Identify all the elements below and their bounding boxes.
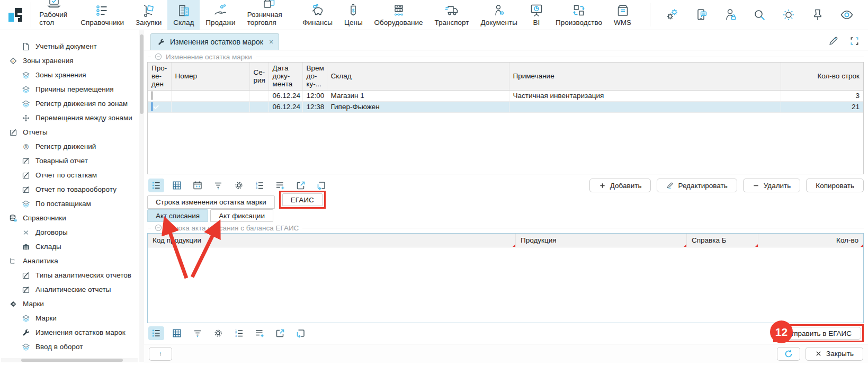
nav-production[interactable]: Производство xyxy=(550,0,608,30)
numbered-list-icon[interactable] xyxy=(231,326,247,340)
subtab-akt-spisaniya[interactable]: Акт списания xyxy=(147,209,208,222)
posted-checkbox[interactable] xyxy=(151,102,153,111)
sidebar-item-analiticheskie-otchety[interactable]: Аналитические отчеты xyxy=(0,282,140,297)
plus-icon xyxy=(599,182,606,189)
col-lines-count[interactable]: Кол-во строк xyxy=(781,63,863,90)
scrollbar-thumb[interactable] xyxy=(140,34,144,114)
filter-icon[interactable] xyxy=(190,326,205,340)
col-number[interactable]: Номер xyxy=(171,63,249,90)
list-view-icon[interactable] xyxy=(148,179,164,192)
sidebar-item-registr-dvizheniy[interactable]: Регистр движений xyxy=(0,139,140,154)
sidebar-item-marki-group[interactable]: Марки xyxy=(0,297,140,311)
collapse-icon[interactable] xyxy=(155,224,162,231)
nav-retail[interactable]: Розничная торговля xyxy=(241,0,297,30)
fullscreen-icon[interactable] xyxy=(849,36,860,46)
nav-bi[interactable]: BI xyxy=(523,0,550,30)
sidebar-item-dogovory[interactable]: Договоры xyxy=(0,225,140,239)
pin-icon[interactable] xyxy=(810,7,825,22)
open-in-window-icon[interactable] xyxy=(272,326,288,340)
nav-finance[interactable]: Финансы xyxy=(297,0,338,30)
nav-label: Продажи xyxy=(205,19,235,26)
add-button[interactable]: Добавить xyxy=(589,179,651,192)
egais-subtabs: Акт списания Акт фиксации xyxy=(147,209,273,222)
search-icon[interactable] xyxy=(752,7,767,22)
refresh-icon[interactable] xyxy=(293,326,309,340)
close-button[interactable]: Закрыть xyxy=(806,347,863,361)
brightness-icon[interactable] xyxy=(781,7,796,22)
grid-view-icon[interactable] xyxy=(169,326,185,340)
sidebar-item-registr-dvizheniya-po-zonam[interactable]: Регистр движения по зонам xyxy=(0,96,140,111)
tab-stroka-izmeneniya[interactable]: Строка изменения остатка марки xyxy=(147,195,275,209)
col-product[interactable]: Продукция xyxy=(516,234,687,247)
col-product-code[interactable]: Код продукции xyxy=(148,234,516,247)
tab-egais[interactable]: ЕГАИС xyxy=(282,193,323,206)
table-row[interactable]: 06.12.24 12:00 Магазин 1 Частичная инвен… xyxy=(148,90,863,101)
nav-warehouse[interactable]: Склад xyxy=(167,0,200,30)
sidebar-item-otchet-po-ostatkam[interactable]: Отчет по остаткам xyxy=(0,168,140,182)
col-doc-time[interactable]: Врем до- ку-... xyxy=(302,63,327,90)
sidebar-item-tipy-analiticheskih-otchetov[interactable]: Типы аналитических отчетов xyxy=(0,268,140,282)
sidebar-item-analitika-group[interactable]: Аналитика xyxy=(0,254,140,268)
nav-sales[interactable]: Продажи xyxy=(200,0,241,30)
sidebar-item-zony-hraneniya[interactable]: Зоны хранения xyxy=(0,68,140,82)
nav-documents[interactable]: Документы xyxy=(475,0,523,30)
send-to-egais-button[interactable]: Отправить в ЕГАИС xyxy=(776,327,861,340)
sidebar-item-spravochniki-group[interactable]: Справочники xyxy=(0,211,140,225)
close-tab-icon[interactable]: × xyxy=(268,38,273,46)
nav-wms[interactable]: WMS xyxy=(608,0,637,30)
collapse-icon[interactable] xyxy=(155,53,162,60)
sidebar-item-tovarny-otchet[interactable]: Товарный отчет xyxy=(0,154,140,168)
subtab-akt-fiksacii[interactable]: Акт фиксации xyxy=(210,209,273,222)
nav-equipment[interactable]: Оборудование xyxy=(369,0,429,30)
sidebar-item-marki[interactable]: Марки xyxy=(0,311,140,325)
nav-directories[interactable]: Справочники xyxy=(75,0,130,30)
sidebar-item-izmeneniya-ostatkov-marok[interactable]: Изменения остатков марок xyxy=(0,325,140,340)
settings-gear-icon[interactable] xyxy=(231,179,247,192)
edit-pencil-icon[interactable] xyxy=(828,35,839,47)
col-warehouse[interactable]: Склад xyxy=(327,63,509,90)
col-series[interactable]: Се- рия xyxy=(249,63,269,90)
settings-gear-icon[interactable] xyxy=(210,326,226,340)
nav-desktop[interactable]: Рабочий стол xyxy=(33,0,75,30)
col-spravka-b[interactable]: Справка Б xyxy=(687,234,758,247)
sidebar-item-vvod-v-oborot[interactable]: Ввод в оборот xyxy=(0,340,140,354)
settings-gears-icon[interactable] xyxy=(665,7,679,22)
edit-button[interactable]: Редактировать xyxy=(657,179,737,192)
col-note[interactable]: Примечание xyxy=(509,63,781,90)
table-header-row: Код продукции Продукция Справка Б Кол-во xyxy=(148,234,863,247)
tree-label: Отчет по товарообороту xyxy=(35,185,117,193)
nav-prices[interactable]: Цены xyxy=(338,0,369,30)
col-posted[interactable]: Про- ве- ден xyxy=(148,63,171,90)
sidebar-item-peremeshcheniya-mezhdu-zonami[interactable]: Перемещения между зонами xyxy=(0,111,140,125)
calendar-view-icon[interactable] xyxy=(190,179,205,192)
delete-button[interactable]: Удалить xyxy=(743,179,801,192)
table-row-selected[interactable]: 06.12.24 12:38 Гипер-Фьюжен 21 xyxy=(148,101,863,112)
app-logo[interactable] xyxy=(0,0,31,30)
user-lock-icon[interactable] xyxy=(723,7,738,22)
col-doc-date[interactable]: Дата доку- мента xyxy=(269,63,302,90)
col-quantity[interactable]: Кол-во xyxy=(758,234,863,247)
sidebar-item-otchet-po-tovarooborotu[interactable]: Отчет по товарообороту xyxy=(0,182,140,197)
sidebar-item-po-postavshchikam[interactable]: По поставщикам xyxy=(0,197,140,211)
nav-purchases[interactable]: Закупки xyxy=(130,0,167,30)
copy-button[interactable]: Копировать xyxy=(806,179,864,192)
grid-view-icon[interactable] xyxy=(169,179,185,192)
sidebar-item-sklady[interactable]: Склады xyxy=(0,239,140,254)
nav-label: Финансы xyxy=(302,19,333,26)
add-to-list-icon[interactable] xyxy=(252,326,267,340)
sidebar-item-otchety-group[interactable]: Отчеты xyxy=(0,125,140,139)
filter-icon[interactable] xyxy=(210,179,226,192)
list-view-icon[interactable] xyxy=(148,326,164,340)
posted-checkbox[interactable] xyxy=(151,91,153,100)
sidebar-item-prichiny-peremeshcheniya[interactable]: Причины перемещения xyxy=(0,82,140,96)
tab-izmeneniya-ostatkov-marok[interactable]: Изменения остатков марок × xyxy=(150,33,279,50)
numbered-list-icon[interactable] xyxy=(252,179,267,192)
sidebar-item-uchetny-dokument[interactable]: Учетный документ xyxy=(0,39,140,54)
scrollbar-thumb[interactable] xyxy=(21,359,123,362)
nav-transport[interactable]: Транспорт xyxy=(428,0,475,30)
eye-icon[interactable] xyxy=(839,7,854,22)
sidebar-item-zony-hraneniya-group[interactable]: Зоны хранения xyxy=(0,54,140,68)
more-options-button[interactable] xyxy=(149,347,172,361)
device-chat-icon[interactable] xyxy=(694,7,709,22)
refresh-button[interactable] xyxy=(777,347,800,361)
